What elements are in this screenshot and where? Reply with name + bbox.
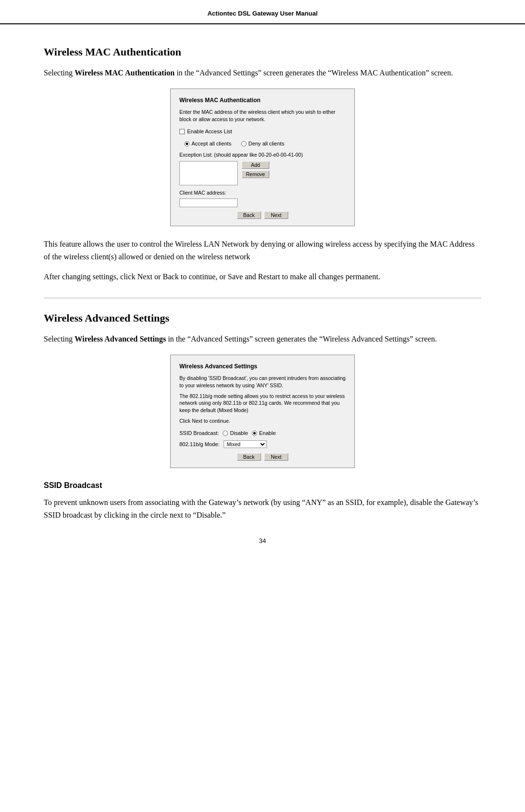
accept-all-radio[interactable] <box>184 141 190 146</box>
exception-btn-col: Add Remove <box>242 161 269 178</box>
accept-all-item: Accept all clients <box>184 140 231 148</box>
ssid-broadcast-row: SSID Broadcast: Disable Enable <box>179 429 346 437</box>
ssid-broadcast-label: SSID Broadcast: <box>179 429 219 437</box>
advanced-settings-screenshot: Wireless Advanced Settings By disabling … <box>44 355 481 468</box>
ssid-enable-radio[interactable] <box>252 431 257 436</box>
add-button[interactable]: Add <box>242 161 269 169</box>
ssid-disable-label: Disable <box>230 429 248 437</box>
exception-list-area: Add Remove <box>179 161 346 185</box>
section1-intro-rest: in the “Advanced Settings” screen genera… <box>175 69 453 77</box>
ssid-disable-radio[interactable] <box>223 431 228 436</box>
client-mac-input[interactable] <box>179 198 238 207</box>
client-radio-row: Accept all clients Deny all clients <box>179 140 346 148</box>
section2-title: Wireless Advanced Settings <box>44 310 481 326</box>
page-content: Wireless MAC Authentication Selecting Wi… <box>0 24 525 575</box>
mode-row: 802.11b/g Mode: Mixed 802.11b Only 802.1… <box>179 440 346 449</box>
section1-title: Wireless MAC Authentication <box>44 44 481 60</box>
section2-intro-text: Selecting <box>44 335 75 343</box>
advanced-settings-ui-box: Wireless Advanced Settings By disabling … <box>170 355 355 468</box>
section1-intro-text: Selecting <box>44 69 75 77</box>
remove-button[interactable]: Remove <box>242 170 269 178</box>
deny-all-item: Deny all clients <box>241 140 284 148</box>
section1-para1: This feature allows the user to control … <box>44 238 481 263</box>
exception-list-label: Exception List: (should appear like 00-2… <box>179 151 346 159</box>
deny-all-radio[interactable] <box>241 141 246 146</box>
mac-auth-next-button[interactable]: Next <box>264 211 288 219</box>
ssid-broadcast-para: To prevent unknown users from associatin… <box>44 496 481 521</box>
ssid-broadcast-subsection-title: SSID Broadcast <box>44 480 481 491</box>
advanced-settings-bottom-row: Back Next <box>179 453 346 461</box>
ssid-disable-item: Disable <box>223 429 248 437</box>
enable-access-list-checkbox[interactable] <box>179 129 185 134</box>
accept-all-label: Accept all clients <box>192 140 231 148</box>
advanced-settings-box-title: Wireless Advanced Settings <box>179 362 346 371</box>
section1-para2: After changing settings, click Next or B… <box>44 271 481 283</box>
advanced-settings-desc1: By disabling 'SSID Broadcast', you can p… <box>179 375 346 389</box>
client-mac-label: Client MAC address: <box>179 189 346 197</box>
ssid-enable-label: Enable <box>259 429 276 437</box>
section2-intro-para: Selecting Wireless Advanced Settings in … <box>44 333 481 345</box>
mac-auth-screenshot: Wireless MAC Authentication Enter the MA… <box>44 89 481 226</box>
advanced-back-button[interactable]: Back <box>237 453 261 461</box>
mac-auth-box-desc: Enter the MAC address of the wireless cl… <box>179 108 346 123</box>
mac-auth-ui-box: Wireless MAC Authentication Enter the MA… <box>170 89 355 226</box>
advanced-settings-desc2: The 802.11b/g mode setting allows you to… <box>179 393 346 414</box>
advanced-next-button[interactable]: Next <box>264 453 288 461</box>
enable-access-list-label: Enable Access List <box>187 127 232 136</box>
page-number: 34 <box>44 536 481 556</box>
mode-label: 802.11b/g Mode: <box>179 440 220 449</box>
section2-intro-rest: in the “Advanced Settings” screen genera… <box>166 335 437 343</box>
mode-select[interactable]: Mixed 802.11b Only 802.11g Only <box>224 440 267 448</box>
mac-auth-back-button[interactable]: Back <box>237 211 261 219</box>
enable-access-list-row: Enable Access List <box>179 127 346 136</box>
section-divider <box>44 298 481 298</box>
section1-intro-bold: Wireless MAC Authentication <box>75 69 175 77</box>
deny-all-label: Deny all clients <box>248 140 284 148</box>
advanced-settings-desc3: Click Next to continue. <box>179 417 346 425</box>
mac-auth-bottom-row: Back Next <box>179 211 346 219</box>
mac-auth-box-title: Wireless MAC Authentication <box>179 96 346 105</box>
exception-listbox[interactable] <box>179 161 238 185</box>
section2-intro-bold: Wireless Advanced Settings <box>75 335 166 343</box>
page-header: Actiontec DSL Gateway User Manual <box>0 0 525 24</box>
section1-intro-para: Selecting Wireless MAC Authentication in… <box>44 67 481 79</box>
header-title: Actiontec DSL Gateway User Manual <box>208 10 318 17</box>
ssid-enable-item: Enable <box>252 429 276 437</box>
